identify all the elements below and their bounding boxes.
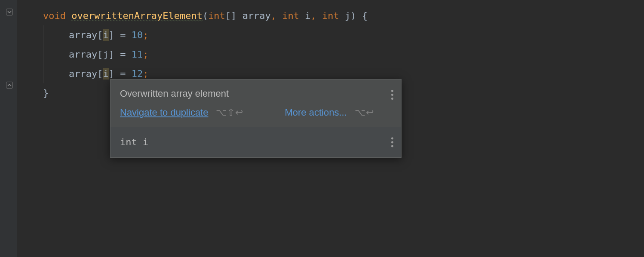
paren: ) xyxy=(350,10,356,21)
operator: = xyxy=(114,68,132,79)
inspection-popup: Overwritten array element Navigate to du… xyxy=(110,79,402,158)
bracket: [ xyxy=(97,49,103,60)
variable: array xyxy=(69,68,97,79)
variable: array xyxy=(69,49,97,60)
bracket: ] xyxy=(109,68,114,79)
fold-marker-icon[interactable] xyxy=(6,82,13,89)
shortcut-hint: ⌥↩ xyxy=(355,107,374,118)
param: i xyxy=(305,10,310,21)
type-info-text: int i xyxy=(120,137,148,147)
bracket: ] xyxy=(109,49,114,60)
variable: j xyxy=(103,49,108,60)
editor-gutter xyxy=(0,0,17,257)
number-literal: 12 xyxy=(132,68,143,79)
more-actions-link[interactable]: More actions... xyxy=(285,107,347,118)
variable-highlighted: i xyxy=(103,29,108,41)
variable-highlighted: i xyxy=(103,68,108,80)
number-literal: 10 xyxy=(132,30,143,40)
semicolon: ; xyxy=(143,30,148,40)
brackets: [] xyxy=(225,10,237,21)
semicolon: ; xyxy=(143,68,148,79)
comma: , xyxy=(271,10,276,21)
number-literal: 11 xyxy=(132,49,143,60)
paren: ( xyxy=(202,10,208,21)
kebab-menu-icon[interactable] xyxy=(391,138,393,147)
popup-bottom-section: int i xyxy=(110,127,401,157)
type: int xyxy=(322,10,339,21)
operator: = xyxy=(114,30,132,40)
comma: , xyxy=(311,10,316,21)
popup-actions-row: Navigate to duplicate ⌥⇧↩ More actions..… xyxy=(120,107,392,118)
bracket: ] xyxy=(109,30,114,40)
operator: = xyxy=(114,49,132,60)
code-line[interactable]: array[i] = 10; xyxy=(43,25,644,45)
semicolon: ; xyxy=(143,49,148,60)
inspection-title: Overwritten array element xyxy=(120,88,392,99)
brace: } xyxy=(43,88,49,98)
type: int xyxy=(208,10,225,21)
variable: array xyxy=(69,30,97,40)
popup-top-section: Overwritten array element Navigate to du… xyxy=(110,80,401,127)
code-line[interactable]: void overwrittenArrayElement(int[] array… xyxy=(43,6,644,25)
type: int xyxy=(282,10,299,21)
code-line[interactable]: array[j] = 11; xyxy=(43,45,644,64)
kebab-menu-icon[interactable] xyxy=(391,90,393,100)
param: array xyxy=(242,10,271,21)
fold-marker-icon[interactable] xyxy=(6,9,13,15)
shortcut-hint: ⌥⇧↩ xyxy=(216,107,243,118)
param: j xyxy=(345,10,350,21)
bracket: [ xyxy=(97,68,103,79)
navigate-duplicate-link[interactable]: Navigate to duplicate xyxy=(120,107,208,118)
keyword: void xyxy=(43,10,66,21)
brace: { xyxy=(362,10,368,21)
method-name: overwrittenArrayElement xyxy=(71,10,202,21)
bracket: [ xyxy=(97,30,103,40)
